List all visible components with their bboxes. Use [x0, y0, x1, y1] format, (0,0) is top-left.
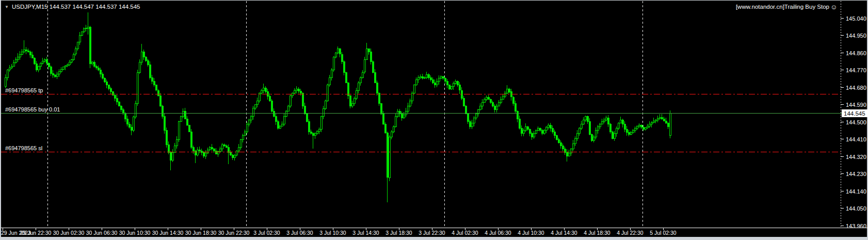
- candle-body: [341, 54, 343, 62]
- candle-body: [448, 85, 450, 89]
- candle-body: [104, 78, 105, 82]
- candle-body: [620, 120, 621, 123]
- candle-body: [46, 59, 47, 63]
- candle-body: [669, 113, 671, 135]
- candle-body: [219, 149, 221, 151]
- candle-body: [246, 124, 248, 132]
- candle-body: [75, 49, 76, 54]
- candle-body: [477, 109, 479, 114]
- candle-body: [131, 127, 132, 130]
- candle-body: [525, 126, 526, 130]
- candle-body: [568, 153, 570, 156]
- candle-body: [168, 145, 169, 152]
- candle-body: [368, 49, 369, 52]
- candle-body: [40, 63, 41, 67]
- candle-body: [591, 134, 592, 140]
- candle-body: [331, 70, 332, 77]
- tp-line-label: #694798565 tp: [5, 87, 43, 93]
- candle-body: [444, 78, 446, 82]
- candle-body: [597, 126, 599, 130]
- candle-body: [60, 69, 62, 71]
- candle-body: [451, 87, 452, 89]
- candle-body: [252, 108, 254, 116]
- candle-body: [587, 116, 588, 121]
- candle-body: [23, 50, 25, 52]
- candle-body: [159, 95, 161, 106]
- candle-body: [277, 121, 279, 128]
- candle-body: [440, 76, 442, 78]
- candle-body: [484, 99, 485, 102]
- price-tick-label: 144.320: [846, 154, 866, 160]
- candle-body: [304, 106, 306, 114]
- candle-body: [541, 130, 543, 133]
- candle-body: [659, 117, 661, 118]
- candle-body: [71, 59, 72, 62]
- candle-body: [535, 130, 537, 133]
- candle-body: [560, 142, 561, 146]
- candle-body: [58, 71, 60, 74]
- candle-body: [605, 118, 607, 120]
- price-tick-label: 144.230: [846, 171, 866, 177]
- candle-body: [630, 132, 632, 134]
- candle-body: [126, 119, 128, 124]
- candle-body: [422, 76, 423, 78]
- candle-body: [271, 101, 272, 111]
- candle-body: [389, 137, 390, 178]
- candle-body: [581, 124, 582, 128]
- candle-body: [190, 132, 192, 147]
- candle-body: [333, 57, 334, 70]
- time-tick-label: 4 Jul 14:30: [551, 230, 577, 236]
- candle-body: [269, 97, 270, 101]
- time-tick-label: 5 Jul 02:30: [650, 230, 677, 236]
- candle-body: [661, 117, 663, 119]
- candle-body: [217, 151, 219, 154]
- candle-body: [488, 97, 489, 99]
- smiley-icon[interactable]: ☺: [830, 3, 837, 11]
- candle-body: [339, 49, 341, 54]
- candle-body: [583, 120, 584, 124]
- chart-background[interactable]: [1, 1, 867, 237]
- candle-body: [149, 65, 151, 77]
- candle-body: [649, 124, 650, 126]
- symbol-dropdown-icon[interactable]: ▼: [5, 5, 9, 9]
- candle-body: [651, 122, 652, 124]
- candle-body: [349, 95, 351, 106]
- time-tick-label: 30 Jun 10:30: [119, 230, 151, 236]
- time-tick-label: 3 Jul 18:30: [385, 230, 412, 236]
- time-tick-label: 4 Jul 02:30: [452, 230, 478, 236]
- candle-body: [172, 152, 173, 160]
- candle-body: [545, 127, 547, 130]
- candle-body: [133, 117, 134, 130]
- candle-body: [83, 28, 85, 32]
- symbol-ohlc-line: USDJPY,M15 144.537 144.547 144.537 144.5…: [12, 4, 140, 10]
- candle-body: [279, 126, 281, 128]
- candle-body: [655, 120, 656, 121]
- price-tick-label: 144.950: [846, 33, 866, 39]
- candle-body: [393, 126, 394, 132]
- candle-body: [261, 90, 262, 93]
- candle-body: [607, 118, 609, 124]
- candle-body: [98, 68, 99, 70]
- candle-body: [110, 88, 111, 92]
- candle-body: [67, 65, 68, 66]
- candle-body: [11, 66, 12, 68]
- candle-body: [502, 96, 504, 99]
- candle-body: [548, 125, 549, 127]
- candle-body: [401, 114, 403, 118]
- candle-body: [529, 129, 531, 133]
- candle-body: [572, 143, 574, 149]
- candle-body: [201, 151, 202, 153]
- candle-body: [566, 152, 568, 156]
- candle-body: [157, 90, 159, 95]
- candle-body: [337, 49, 339, 53]
- candle-body: [211, 147, 213, 149]
- candle-body: [19, 54, 21, 57]
- candle-body: [494, 106, 495, 109]
- candle-body: [622, 120, 623, 124]
- time-tick-label: 29 Jun 22:30: [20, 230, 52, 236]
- candle-body: [531, 133, 533, 137]
- candle-body: [56, 74, 58, 76]
- candle-body: [405, 111, 407, 115]
- candle-body: [42, 61, 43, 63]
- candle-body: [515, 103, 516, 111]
